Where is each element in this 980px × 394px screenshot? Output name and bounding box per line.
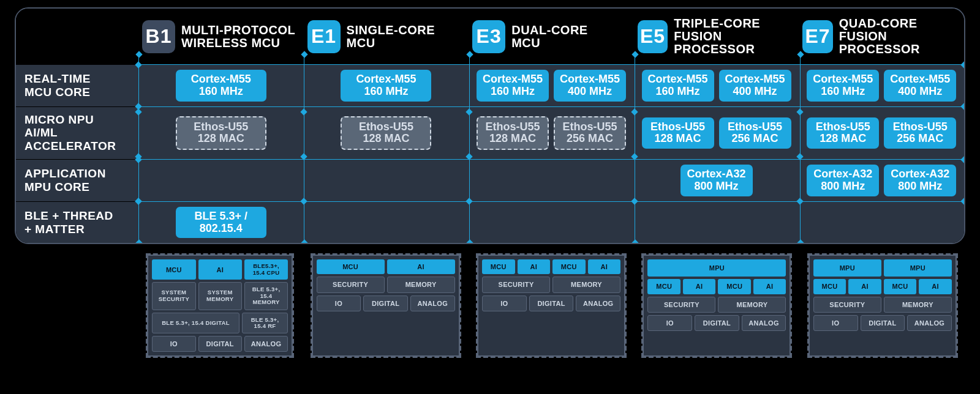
col-e7: E7 QUAD-COREFUSION PROCESSOR <box>799 9 964 64</box>
chip-block: IO <box>647 315 692 331</box>
row-app: APPLICATIONMPU CORE Cortex-A32800 MHz Co… <box>16 160 964 201</box>
chip-block: MEMORY <box>718 297 786 313</box>
chip-block: ANALOG <box>742 315 786 331</box>
chip-block: SECURITY <box>317 277 385 292</box>
row-label: REAL-TIMEMCU CORE <box>16 65 138 106</box>
chip-block: BLE 5.3+, 15.4 RF <box>242 313 288 334</box>
chip-block: DIGITAL <box>695 315 739 331</box>
chip-block: MEMORY <box>387 277 455 292</box>
chip-block: MCU <box>482 259 515 274</box>
col-e3: E3 DUAL-COREMCU <box>469 9 634 64</box>
badge-e7: E7 <box>802 20 832 53</box>
chip-block: SYSTEM MEMORY <box>198 282 242 310</box>
chip-block: DIGITAL <box>529 296 574 311</box>
col-e1: E1 SINGLE-COREMCU <box>304 9 469 64</box>
chip-block: MCU <box>718 279 751 294</box>
chip-block: MCU <box>317 259 385 274</box>
chip-block: SECURITY <box>647 297 715 313</box>
chip-block: MPU <box>813 259 881 277</box>
chip-block: MEMORY <box>552 277 620 292</box>
header-row: B1 MULTI-PROTOCOLWIRELESS MCU E1 SINGLE-… <box>16 9 964 64</box>
chip-block: AI <box>588 259 621 274</box>
chip-block: MEMORY <box>884 297 952 313</box>
chip-e5: MPUMCUAIMCUAISECURITYMEMORYIODIGITALANAL… <box>643 255 790 356</box>
chip-block: ANALOG <box>244 336 288 352</box>
chip-block: AI <box>753 279 786 294</box>
chip-block: MCU <box>552 259 586 274</box>
col-b1: B1 MULTI-PROTOCOLWIRELESS MCU <box>138 9 304 64</box>
chip-block: MPU <box>884 259 952 277</box>
row-ble: BLE + THREAD+ MATTER BLE 5.3+ /802.15.4 <box>16 202 964 243</box>
col-e5: E5 TRIPLE-COREFUSION PROCESSOR <box>634 9 799 64</box>
row-mcu: REAL-TIMEMCU CORE Cortex-M55160 MHz Cort… <box>16 65 964 106</box>
chip-block: SYSTEM SECURITY <box>152 282 195 310</box>
chip-block: IO <box>813 315 858 331</box>
chip-block: ANALOG <box>907 315 952 331</box>
chip-block: DIGITAL <box>363 296 408 311</box>
chip-block: SECURITY <box>482 277 550 292</box>
chip-block: ANALOG <box>410 296 455 311</box>
chip-block: IO <box>482 296 527 311</box>
chip-b1: MCUAIBLE5.3+, 15.4 CPUSYSTEM SECURITYSYS… <box>148 255 292 356</box>
chip-block: BLE5.3+, 15.4 CPU <box>244 259 288 280</box>
chip-block: DIGITAL <box>861 315 905 331</box>
chip-block: BLE 5.3+, 15.4 MEMORY <box>244 282 288 310</box>
chip-block: AI <box>683 279 716 294</box>
chip-block: MCU <box>647 279 680 294</box>
chip-block: MCU <box>813 279 846 294</box>
chip-block: AI <box>198 259 242 280</box>
chip-e7: MPUMPUMCUAIMCUAISECURITYMEMORYIODIGITALA… <box>809 255 956 356</box>
badge-e3: E3 <box>472 20 505 53</box>
badge-e5: E5 <box>638 20 668 53</box>
badge-b1: B1 <box>142 20 175 53</box>
chip-block: AI <box>848 279 881 294</box>
chip-block: BLE 5.3+, 15.4 DIGITAL <box>152 313 239 334</box>
chip-block: MCU <box>152 259 195 280</box>
chip-block: MPU <box>647 259 786 277</box>
chip-block: IO <box>152 336 195 352</box>
chip-block: MCU <box>884 279 917 294</box>
chip-diagrams: MCUAIBLE5.3+, 15.4 CPUSYSTEM SECURITYSYS… <box>15 255 965 356</box>
chip-block: DIGITAL <box>198 336 242 352</box>
row-ai: MICRO NPU AI/MLACCELERATOR Ethos-U55128 … <box>16 107 964 160</box>
chip-block: AI <box>387 259 455 274</box>
chip-e3: MCUAIMCUAISECURITYMEMORYIODIGITALANALOG <box>478 255 625 356</box>
chip-block: IO <box>317 296 361 311</box>
chip-block: SECURITY <box>813 297 881 313</box>
pill: Cortex-M55160 MHz <box>176 70 266 102</box>
chip-e1: MCUAISECURITYMEMORYIODIGITALANALOG <box>312 255 459 356</box>
cell: Cortex-M55160 MHz <box>138 65 304 106</box>
badge-e1: E1 <box>307 20 341 53</box>
chip-block: ANALOG <box>576 296 620 311</box>
comparison-table: B1 MULTI-PROTOCOLWIRELESS MCU E1 SINGLE-… <box>15 7 965 244</box>
chip-block: AI <box>518 259 551 274</box>
chip-block: AI <box>919 279 952 294</box>
